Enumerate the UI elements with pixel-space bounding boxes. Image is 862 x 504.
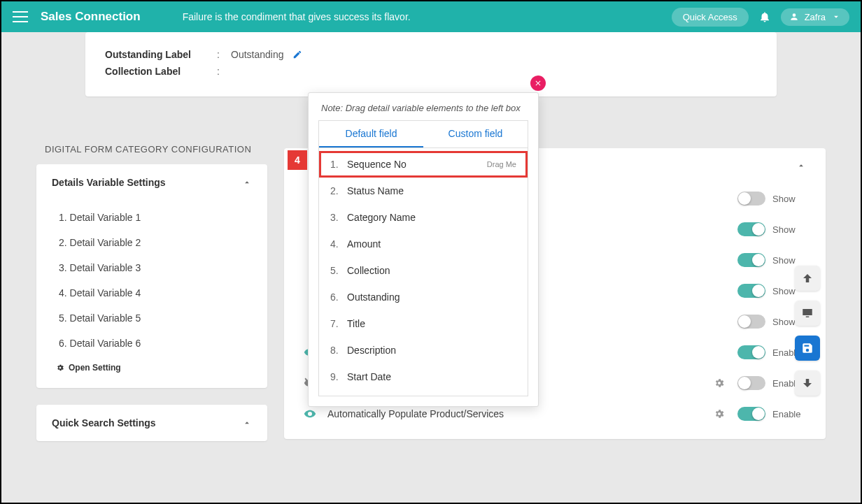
field-item[interactable]: 8.Description [319,337,528,363]
toggle-text: Show [772,194,806,204]
user-menu[interactable]: Zafra [781,8,849,26]
toggle-text: Show [772,255,806,266]
collection-label-key: Collection Label [105,66,217,77]
arrow-down-icon [801,377,814,389]
field-item[interactable]: 1.Sequence NoDrag Me [319,151,528,178]
section-title: DIGITAL FORM CATEGORY CONFIGURATION [45,144,267,154]
gear-icon [56,363,64,372]
field-picker-popup: 4 Note: Drag detail variable elements to… [308,92,539,407]
toggle-switch[interactable] [737,253,765,267]
toggle-switch[interactable] [737,345,765,359]
field-item[interactable]: 9.Start Date [319,363,528,390]
save-button[interactable] [795,336,820,361]
field-item[interactable]: 3.Category Name [319,204,528,231]
quick-search-header[interactable]: Quick Search Settings [36,405,267,441]
details-variable-panel: Details Variable Settings 1. Detail Vari… [36,164,267,388]
save-icon [801,342,814,354]
outstanding-label-value: Outstanding [231,49,284,60]
tab-custom-field[interactable]: Custom field [423,121,528,147]
toggle-switch[interactable] [737,376,765,390]
arrow-up-icon [801,272,814,285]
tagline: Failure is the condiment that gives succ… [183,11,411,22]
brand-title: Sales Connection [41,10,141,24]
detail-variable-item[interactable]: 1. Detail Variable 1 [52,205,252,230]
outstanding-label-key: Outstanding Label [105,49,217,60]
detail-variable-item[interactable]: 3. Detail Variable 3 [52,255,252,280]
close-icon [534,79,542,87]
detail-variable-item[interactable]: 4. Detail Variable 4 [52,280,252,305]
toggle-switch[interactable] [737,407,765,421]
scroll-down-button[interactable] [795,370,820,396]
details-panel-header[interactable]: Details Variable Settings [36,164,267,201]
field-item[interactable]: 4.Amount [319,231,528,257]
close-button[interactable] [530,75,546,91]
user-name: Zafra [805,12,826,22]
eye-icon[interactable] [304,408,316,420]
scroll-up-button[interactable] [795,266,820,291]
toggle-switch[interactable] [737,284,765,298]
toggle-switch[interactable] [737,315,765,329]
open-setting-button[interactable]: Open Setting [52,356,252,375]
monitor-icon [801,307,814,319]
quick-search-panel: Quick Search Settings [36,405,267,441]
chevron-down-icon [831,12,841,22]
popup-note: Note: Drag detail variable elements to t… [309,93,538,120]
detail-variable-item[interactable]: 2. Detail Variable 2 [52,230,252,255]
top-bar: Sales Connection Failure is the condimen… [1,1,861,32]
toggle-text: Show [772,224,806,235]
toggle-switch[interactable] [737,222,765,236]
field-item[interactable]: 2.Status Name [319,178,528,204]
detail-variable-item[interactable]: 6. Detail Variable 6 [52,331,252,356]
gear-icon[interactable] [714,377,725,389]
field-item[interactable]: 6.Outstanding [319,284,528,310]
toggle-switch[interactable] [737,192,765,206]
bell-icon[interactable] [758,10,771,23]
detail-variable-item[interactable]: 5. Detail Variable 5 [52,305,252,331]
preview-button[interactable] [795,301,820,326]
chevron-up-icon [242,178,252,187]
menu-icon[interactable] [13,11,28,22]
step-badge: 4 [288,150,307,170]
user-icon [789,12,799,22]
chevron-up-icon [242,418,252,428]
setting-label: Automatically Populate Product/Services [327,408,714,419]
quick-access-button[interactable]: Quick Access [672,8,749,27]
field-item[interactable]: 5.Collection [319,257,528,284]
toggle-text: Enable [772,409,806,419]
gear-icon[interactable] [714,408,725,419]
chevron-up-icon [796,161,806,171]
field-item[interactable]: 7.Title [319,310,528,337]
tab-default-field[interactable]: Default field [319,121,423,147]
